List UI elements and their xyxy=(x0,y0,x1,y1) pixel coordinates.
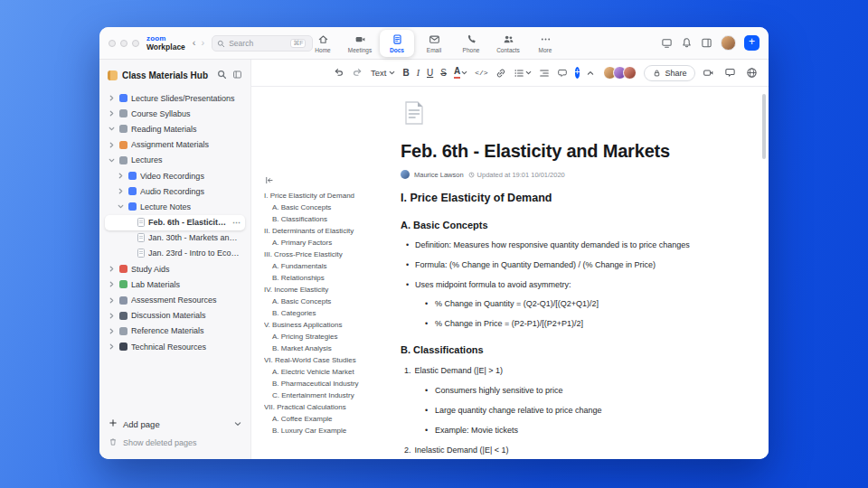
doc-heading-2[interactable]: B. Classifications xyxy=(401,344,733,355)
doc-numbered-item[interactable]: 1.Elastic Demand (|E| > 1) xyxy=(401,366,733,375)
outline-item[interactable]: I. Price Elasticity of Demand xyxy=(264,192,385,200)
sidebar-doc-item[interactable]: Feb. 6th - Elasticity and M...⋯ xyxy=(105,215,245,230)
doc-bullet-item[interactable]: Large quantity change relative to price … xyxy=(401,406,733,416)
sidebar-folder-item[interactable]: Reading Materials xyxy=(105,121,245,136)
sidebar-doc-item[interactable]: Jan. 23rd - Intro to Econo... xyxy=(105,246,245,261)
code-button[interactable]: </> xyxy=(475,69,487,77)
bold-button[interactable]: B xyxy=(402,68,409,78)
sidebar-folder-item[interactable]: Study Aids xyxy=(105,261,245,277)
outline-item[interactable]: III. Cross-Price Elasticity xyxy=(264,251,385,258)
bullet-list-button[interactable] xyxy=(514,68,532,79)
chevron-right-icon[interactable] xyxy=(108,328,116,334)
add-page-button[interactable]: Add page xyxy=(108,418,241,429)
underline-button[interactable]: U xyxy=(427,68,433,78)
doc-bullet-item[interactable]: % Change in Price = (P2-P1)/[(P2+P1)/2] xyxy=(401,319,733,329)
outline-item[interactable]: B. Categories xyxy=(264,310,385,317)
document-title[interactable]: Feb. 6th - Elasticity and Markets xyxy=(401,141,733,162)
outline-item[interactable]: B. Market Analysis xyxy=(264,345,385,352)
devices-icon[interactable] xyxy=(661,37,673,49)
show-deleted-pages-button[interactable]: Show deleted pages xyxy=(108,437,241,448)
back-arrow-icon[interactable]: ‹ xyxy=(193,38,196,48)
sidebar-folder-item[interactable]: Discussion Materials xyxy=(105,308,245,324)
share-button[interactable]: Share xyxy=(644,65,695,81)
doc-numbered-item[interactable]: 2.Inelastic Demand (|E| < 1) xyxy=(401,446,733,455)
tab-more[interactable]: More xyxy=(528,30,562,57)
tab-docs[interactable]: Docs xyxy=(380,30,414,57)
side-panel-toggle-icon[interactable] xyxy=(701,37,712,49)
outline-item[interactable]: VII. Practical Calculations xyxy=(264,404,385,411)
new-item-button[interactable]: + xyxy=(744,35,760,51)
item-more-icon[interactable]: ⋯ xyxy=(232,218,241,227)
doc-heading-1[interactable]: I. Price Elasticity of Demand xyxy=(401,192,733,204)
outline-item[interactable]: B. Pharmaceutical Industry xyxy=(264,380,385,388)
outline-item[interactable]: V. Business Applications xyxy=(264,322,385,329)
sidebar-folder-item[interactable]: Assessment Resources xyxy=(105,292,245,307)
tab-home[interactable]: Home xyxy=(306,30,340,57)
global-search[interactable]: ⌘F xyxy=(212,35,313,52)
outline-item[interactable]: A. Pricing Strategies xyxy=(264,333,385,341)
sidebar-folder-item[interactable]: Reference Materials xyxy=(105,324,245,339)
redo-icon[interactable] xyxy=(352,67,363,79)
outline-item[interactable]: A. Basic Concepts xyxy=(264,298,385,305)
outline-item[interactable]: A. Electric Vehicle Market xyxy=(264,369,385,376)
sidebar-folder-item[interactable]: Technical Resources xyxy=(105,339,245,354)
outline-item[interactable]: VI. Real-World Case Studies xyxy=(264,357,385,364)
minimize-window-button[interactable] xyxy=(120,40,127,47)
outline-collapse-icon[interactable] xyxy=(264,175,385,185)
outline-item[interactable]: C. Entertainment Industry xyxy=(264,392,385,399)
sidebar-folder-item[interactable]: Audio Recordings xyxy=(105,183,245,199)
collapse-toolbar-chevron-icon[interactable] xyxy=(587,70,594,77)
more-options-icon[interactable] xyxy=(768,67,769,79)
document-canvas[interactable]: I. Price Elasticity of DemandA. Basic Co… xyxy=(251,87,769,459)
chevron-down-icon[interactable] xyxy=(108,126,116,132)
tab-contacts[interactable]: Contacts xyxy=(491,30,525,57)
comment-icon[interactable] xyxy=(557,68,568,79)
chevron-down-icon[interactable] xyxy=(108,157,116,164)
sidebar-folder-item[interactable]: Lab Materials xyxy=(105,277,245,292)
outline-item[interactable]: A. Fundamentals xyxy=(264,263,385,270)
italic-button[interactable]: I xyxy=(417,68,420,78)
document-scrollbar[interactable] xyxy=(762,94,766,159)
outline-item[interactable]: A. Primary Factors xyxy=(264,239,385,247)
sidebar-folder-item[interactable]: Video Recordings xyxy=(105,168,245,183)
outline-item[interactable]: B. Luxury Car Example xyxy=(264,427,385,435)
outline-item[interactable]: B. Classifications xyxy=(264,216,385,223)
chevron-down-icon[interactable] xyxy=(118,203,125,210)
chevron-right-icon[interactable] xyxy=(108,266,116,272)
close-window-button[interactable] xyxy=(108,40,116,47)
globe-icon[interactable] xyxy=(746,67,758,79)
doc-bullet-item[interactable]: Example: Movie tickets xyxy=(401,426,733,436)
tab-email[interactable]: Email xyxy=(417,30,451,57)
add-page-chevron-icon[interactable] xyxy=(234,419,241,429)
chevron-right-icon[interactable] xyxy=(108,95,116,101)
zoom-window-button[interactable] xyxy=(132,40,139,47)
video-camera-icon[interactable] xyxy=(703,67,714,79)
chevron-right-icon[interactable] xyxy=(118,188,125,194)
sidebar-doc-item[interactable]: Jan. 30th - Markets and P... xyxy=(105,230,245,246)
chevron-right-icon[interactable] xyxy=(108,343,116,350)
sidebar-folder-item[interactable]: Lecture Notes xyxy=(105,199,245,214)
sidebar-folder-item[interactable]: Assignment Materials xyxy=(105,137,245,153)
outline-item[interactable]: B. Relationships xyxy=(264,275,385,282)
doc-bullet-item[interactable]: Formula: (% Change in Quantity Demanded)… xyxy=(401,260,733,270)
forward-arrow-icon[interactable]: › xyxy=(202,38,205,48)
outline-item[interactable]: A. Basic Concepts xyxy=(264,204,385,211)
search-input[interactable] xyxy=(229,39,287,48)
insert-block-button[interactable]: + xyxy=(575,67,580,79)
outline-item[interactable]: IV. Income Elasticity xyxy=(264,286,385,294)
tab-phone[interactable]: Phone xyxy=(454,30,488,57)
doc-bullet-item[interactable]: Uses midpoint formula to avoid asymmetry… xyxy=(401,280,733,290)
doc-bullet-item[interactable]: Consumers highly sensitive to price xyxy=(401,386,733,396)
sidebar-collapse-icon[interactable] xyxy=(232,67,242,83)
chevron-right-icon[interactable] xyxy=(108,281,116,287)
sidebar-folder-item[interactable]: Lecture Slides/Presentations xyxy=(105,90,245,106)
doc-bullet-item[interactable]: % Change in Quantity = (Q2-Q1)/[(Q2+Q1)/… xyxy=(401,299,733,309)
text-style-dropdown[interactable]: Text xyxy=(371,68,395,78)
notifications-bell-icon[interactable] xyxy=(681,37,693,49)
sidebar-folder-item[interactable]: Course Syllabus xyxy=(105,106,245,121)
chevron-right-icon[interactable] xyxy=(108,297,116,304)
strikethrough-button[interactable]: S xyxy=(440,68,447,78)
user-avatar[interactable] xyxy=(721,35,736,51)
chevron-right-icon[interactable] xyxy=(118,173,125,179)
sidebar-search-icon[interactable] xyxy=(217,67,227,83)
